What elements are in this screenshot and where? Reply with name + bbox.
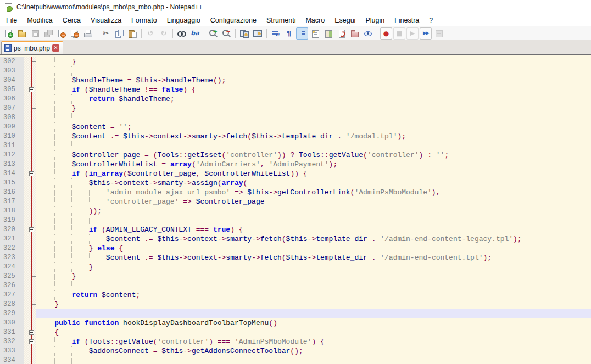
redo-button[interactable]: ↻ (158, 27, 170, 40)
play-macro-button[interactable]: ▶ (406, 27, 419, 40)
menu-item-file[interactable]: File (1, 15, 22, 25)
code-line[interactable]: 334 (0, 356, 591, 364)
code-line[interactable]: 316 'admin_module_ajax_url_psmbo' => $th… (0, 188, 591, 197)
document-list-button[interactable] (336, 27, 348, 40)
code-text[interactable]: return $content; (36, 290, 591, 300)
menu-item-modifica[interactable]: Modifica (22, 15, 58, 25)
code-line[interactable]: 319 (0, 216, 591, 225)
menu-item-visualizza[interactable]: Visualizza (86, 15, 126, 25)
code-line[interactable]: 305 if ($handleTheme !== false) { (0, 85, 591, 94)
code-line[interactable]: 306 return $handleTheme; (0, 94, 591, 104)
find-button[interactable] (176, 27, 188, 40)
monitoring-button[interactable] (362, 27, 374, 40)
menu-item-formato[interactable]: Formato (126, 15, 162, 25)
code-text[interactable]: $this->context->smarty->assign(array( (36, 178, 591, 188)
zoom-out-button[interactable]: − (220, 27, 232, 40)
code-line[interactable]: 322 } else { (0, 244, 591, 253)
copy-button[interactable] (113, 27, 125, 40)
print-button[interactable] (82, 27, 94, 40)
code-text[interactable]: public function hookDisplayDashboardTool… (36, 318, 591, 328)
menu-item-help[interactable]: ? (424, 15, 438, 25)
menu-item-configurazione[interactable]: Configurazione (205, 15, 261, 25)
code-text[interactable]: $content .= $this->context->smarty->fetc… (36, 253, 591, 262)
fold-collapse-icon[interactable] (29, 330, 34, 335)
open-file-button[interactable] (16, 27, 28, 40)
fold-collapse-icon[interactable] (29, 87, 34, 92)
record-macro-button[interactable]: ● (380, 27, 392, 40)
sync-vertical-scroll-button[interactable] (238, 27, 250, 40)
code-line[interactable]: 321 $content .= $this->context->smarty->… (0, 234, 591, 244)
code-line[interactable]: 303 (0, 66, 591, 76)
code-text[interactable]: { (36, 328, 591, 337)
code-line[interactable]: 328 } (0, 300, 591, 309)
code-text[interactable]: 'controller_page' => $controller_page (36, 197, 591, 206)
undo-button[interactable]: ↺ (144, 27, 157, 40)
code-text[interactable]: } (36, 262, 591, 272)
cut-button[interactable]: ✂ (100, 27, 112, 40)
code-text[interactable]: if (in_array($controller_page, $controll… (36, 169, 591, 178)
code-line[interactable]: 315 $this->context->smarty->assign(array… (0, 178, 591, 188)
fold-collapse-icon[interactable] (29, 171, 34, 176)
word-wrap-button[interactable]: ↵ (270, 27, 282, 40)
code-text[interactable]: $content .= $this->context->smarty->fetc… (36, 234, 591, 244)
menu-item-cerca[interactable]: Cerca (58, 15, 86, 25)
save-file-button[interactable] (29, 27, 41, 40)
code-text[interactable]: return $handleTheme; (36, 94, 591, 104)
new-file-button[interactable] (3, 27, 15, 40)
sync-horizontal-scroll-button[interactable] (252, 27, 264, 40)
code-line[interactable]: 332 if (Tools::getValue('controller') ==… (0, 337, 591, 346)
code-text[interactable]: } (36, 104, 591, 113)
code-text[interactable]: $handleTheme = $this->handleTheme(); (36, 76, 591, 85)
code-line[interactable]: 331 { (0, 328, 591, 337)
menu-item-strumenti[interactable]: Strumenti (261, 15, 301, 25)
code-text[interactable]: $content .= $this->context->smarty->fetc… (36, 132, 591, 141)
code-text[interactable] (36, 66, 591, 76)
fold-collapse-icon[interactable] (29, 227, 34, 232)
code-text[interactable]: } else { (36, 244, 591, 253)
code-line[interactable]: 312 $controller_page = (Tools::getIsset(… (0, 150, 591, 160)
replace-button[interactable]: ba (189, 27, 201, 40)
code-text[interactable]: 'admin_module_ajax_url_psmbo' => $this->… (36, 188, 591, 197)
code-text[interactable]: )); (36, 206, 591, 216)
document-map-button[interactable] (322, 27, 334, 40)
close-file-button[interactable] (55, 27, 68, 40)
code-text[interactable] (36, 113, 591, 122)
stop-macro-button[interactable]: ■ (393, 27, 405, 40)
menu-item-finestra[interactable]: Finestra (389, 15, 424, 25)
code-line[interactable]: 308 (0, 113, 591, 122)
code-line[interactable]: 320 if (ADMIN_LEGACY_CONTEXT === true) { (0, 225, 591, 234)
code-line[interactable]: 333 $addonsConnect = $this->getAddonsCon… (0, 346, 591, 356)
folder-as-workspace-button[interactable] (349, 27, 361, 40)
run-macro-multiple-times-button[interactable]: ▶▶ (420, 27, 432, 40)
code-text[interactable]: if (Tools::getValue('controller') === 'A… (36, 337, 591, 346)
code-text[interactable]: if ($handleTheme !== false) { (36, 85, 591, 94)
editor[interactable]: 302 }303304 $handleTheme = $this->handle… (0, 55, 591, 364)
save-recorded-macro-button[interactable] (433, 27, 445, 40)
save-all-button[interactable] (42, 27, 54, 40)
code-line[interactable]: 302 } (0, 57, 591, 66)
menu-item-macro[interactable]: Macro (300, 15, 330, 25)
code-line[interactable]: 304 $handleTheme = $this->handleTheme(); (0, 76, 591, 85)
close-all-button[interactable] (69, 27, 81, 40)
code-line[interactable]: 317 'controller_page' => $controller_pag… (0, 197, 591, 206)
tab-close-icon[interactable]: ✕ (52, 44, 59, 52)
show-all-characters-button[interactable]: ¶ (283, 27, 295, 40)
code-line[interactable]: 307 } (0, 104, 591, 113)
menu-item-esegui[interactable]: Esegui (330, 15, 360, 25)
code-text[interactable]: $addonsConnect = $this->getAddonsConnect… (36, 346, 591, 356)
fold-collapse-icon[interactable] (29, 339, 34, 344)
menu-item-plugin[interactable]: Plugin (360, 15, 389, 25)
code-line[interactable]: 314 if (in_array($controller_page, $cont… (0, 169, 591, 178)
code-line[interactable]: 311 (0, 141, 591, 150)
function-list-button[interactable] (309, 27, 321, 40)
code-text[interactable]: } (36, 57, 591, 66)
paste-button[interactable] (126, 27, 138, 40)
code-text[interactable] (36, 309, 591, 318)
code-line[interactable]: 327 return $content; (0, 290, 591, 300)
code-text[interactable] (36, 216, 591, 225)
code-text[interactable]: $controller_page = (Tools::getIsset('con… (36, 150, 591, 160)
tab-ps-mbo-php[interactable]: ps_mbo.php✕ (1, 41, 63, 54)
menu-item-linguaggio[interactable]: Linguaggio (162, 15, 205, 25)
code-line[interactable]: 323 $content .= $this->context->smarty->… (0, 253, 591, 262)
code-line[interactable]: 330 public function hookDisplayDashboard… (0, 318, 591, 328)
